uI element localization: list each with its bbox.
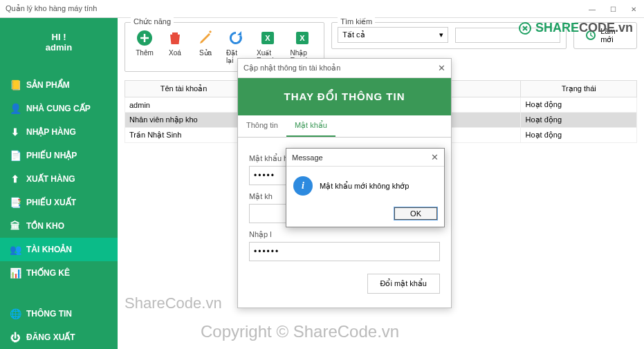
tab-info[interactable]: Thông tin: [238, 115, 286, 137]
message-dialog: Message ✕ i Mật khẩu mới không khớp OK: [286, 148, 445, 227]
download-icon: ⬇: [10, 126, 21, 138]
dialog-banner: THAY ĐỔI THÔNG TIN: [238, 78, 451, 115]
col-name: Tên tài khoản: [125, 81, 243, 97]
maximize-icon[interactable]: ☐: [602, 0, 623, 18]
excel-export-icon: X: [258, 28, 277, 48]
tab-password[interactable]: Mật khẩu: [286, 115, 335, 137]
person-icon: 👤: [10, 103, 21, 114]
minimize-icon[interactable]: —: [582, 0, 602, 18]
doc-icon: 📄: [10, 150, 21, 161]
repeat-password-input[interactable]: [249, 242, 440, 261]
warehouse-icon: 🏛: [10, 220, 21, 232]
close-icon[interactable]: ✕: [623, 0, 644, 18]
username: admin: [0, 42, 118, 53]
copyright: Copyright © ShareCode.vn: [201, 322, 399, 341]
plus-circle-icon: [135, 28, 154, 48]
sidebar-item-logout[interactable]: ⏻ĐĂNG XUẤT: [0, 326, 118, 349]
chart-icon: 📊: [10, 267, 21, 279]
sidebar-item-import-receipt[interactable]: 📄PHIẾU NHẬP: [0, 144, 118, 167]
search-label: Tìm kiếm: [338, 17, 375, 26]
chevron-down-icon: ▾: [439, 30, 443, 39]
edit-button[interactable]: Sửa: [192, 27, 219, 66]
sidebar-item-accounts[interactable]: 👥TÀI KHOẢN: [0, 238, 118, 261]
add-button[interactable]: Thêm: [131, 27, 158, 66]
ok-button[interactable]: OK: [394, 207, 437, 220]
reload-icon: [226, 28, 246, 48]
sidebar-item-export-receipt[interactable]: 📑PHIẾU XUẤT: [0, 191, 118, 214]
repeat-password-label: Nhập l: [249, 230, 440, 239]
sharecode-logo: SHARECODE.vn: [518, 21, 633, 35]
power-icon: ⏻: [10, 332, 21, 343]
message-close-icon[interactable]: ✕: [431, 152, 439, 162]
sidebar: HI ! admin 📒SẢN PHẨM 👤NHÀ CUNG CẤP ⬇NHẬP…: [0, 18, 118, 349]
message-text: Mật khẩu mới không khớp: [320, 182, 410, 191]
sidebar-item-import[interactable]: ⬇NHẬP HÀNG: [0, 120, 118, 144]
trash-icon: [165, 28, 185, 48]
upload-icon: ⬆: [10, 173, 21, 185]
sidebar-item-inventory[interactable]: 🏛TỒN KHO: [0, 214, 118, 238]
sidebar-item-info[interactable]: 🌐THÔNG TIN: [0, 302, 118, 326]
sidebar-item-export[interactable]: ⬆XUẤT HÀNG: [0, 167, 118, 191]
delete-button[interactable]: Xoá: [161, 27, 189, 66]
greeting: HI !: [0, 32, 118, 42]
pencil-icon: [196, 28, 215, 48]
col-status: Trạng thái: [521, 81, 637, 97]
globe-icon: 🌐: [10, 308, 21, 319]
window-titlebar: Quản lý kho hàng máy tính — ☐ ✕: [0, 0, 644, 18]
toolbar-label: Chức năng: [131, 17, 174, 26]
dialog-title: Cập nhật thông tin tài khoản: [243, 64, 340, 73]
watermark: ShareCode.vn: [125, 294, 222, 312]
sidebar-item-stats[interactable]: 📊THỐNG KÊ: [0, 261, 118, 285]
docs-icon: 📑: [10, 197, 21, 208]
dialog-close-icon[interactable]: ✕: [438, 63, 445, 73]
svg-text:X: X: [300, 34, 305, 42]
message-title: Message: [292, 153, 323, 162]
change-password-button[interactable]: Đổi mật khẩu: [367, 274, 440, 294]
users-icon: 👥: [10, 244, 21, 255]
sidebar-item-suppliers[interactable]: 👤NHÀ CUNG CẤP: [0, 97, 118, 120]
box-icon: 📒: [10, 79, 21, 91]
window-title: Quản lý kho hàng máy tính: [6, 4, 97, 13]
info-icon: i: [293, 176, 313, 196]
excel-import-icon: X: [293, 28, 312, 48]
filter-combo[interactable]: Tất cả ▾: [338, 27, 448, 43]
sidebar-item-products[interactable]: 📒SẢN PHẨM: [0, 73, 118, 97]
svg-text:X: X: [266, 34, 271, 42]
